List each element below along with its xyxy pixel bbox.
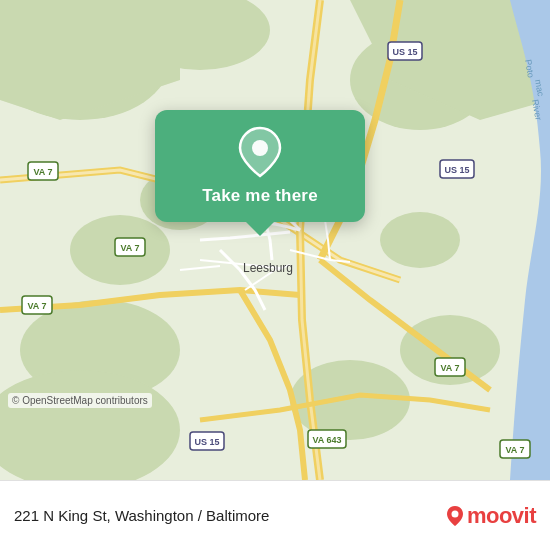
svg-point-15 <box>380 212 460 268</box>
moovit-logo: moovit <box>446 503 536 529</box>
address-label: 221 N King St, Washington / Baltimore <box>14 507 434 524</box>
pin-icon <box>236 128 284 176</box>
take-me-there-button[interactable]: Take me there <box>202 184 318 208</box>
svg-text:US 15: US 15 <box>392 47 417 57</box>
info-bar: 221 N King St, Washington / Baltimore mo… <box>0 480 550 550</box>
svg-text:Leesburg: Leesburg <box>243 261 293 275</box>
svg-text:US 15: US 15 <box>194 437 219 447</box>
svg-text:VA 7: VA 7 <box>120 243 139 253</box>
svg-text:VA 643: VA 643 <box>312 435 341 445</box>
map-svg: Poto mac River <box>0 0 550 480</box>
svg-text:VA 7: VA 7 <box>440 363 459 373</box>
svg-text:US 15: US 15 <box>444 165 469 175</box>
map-area: Poto mac River <box>0 0 550 480</box>
map-attribution: © OpenStreetMap contributors <box>8 393 152 408</box>
moovit-pin-icon <box>446 505 464 527</box>
svg-text:VA 7: VA 7 <box>33 167 52 177</box>
moovit-text: moovit <box>467 503 536 529</box>
svg-text:VA 7: VA 7 <box>27 301 46 311</box>
svg-point-36 <box>451 510 458 517</box>
svg-point-35 <box>252 140 268 156</box>
svg-text:VA 7: VA 7 <box>505 445 524 455</box>
location-popup: Take me there <box>155 110 365 222</box>
